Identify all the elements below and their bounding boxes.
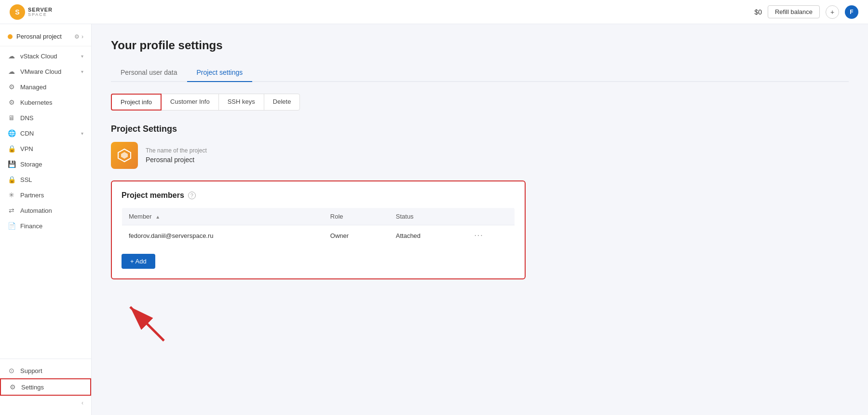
add-button[interactable]: + [826,5,839,19]
sidebar-item-ssl[interactable]: 🔒 SSL [0,172,91,187]
sidebar-item-label-finance: Finance [20,222,42,230]
member-email: fedorov.daniil@serverspace.ru [122,225,324,246]
sidebar-item-label-ssl: SSL [20,176,32,183]
chevron-down-icon-3: ▾ [81,131,83,136]
sidebar-project-name: Perosnal project [16,33,70,40]
chevron-down-icon: ▾ [81,54,83,59]
sort-arrow-icon: ▲ [155,214,160,220]
cloud-icon-2: ☁ [8,68,15,75]
project-name-label: The name of the project [146,147,207,154]
support-icon: ⊙ [8,367,15,374]
storage-icon: 💾 [8,160,15,168]
col-header-status: Status [389,208,468,225]
table-header: Member ▲ Role Status [122,208,515,225]
member-status: Attached [389,225,468,246]
member-actions-cell: ··· [467,225,515,246]
project-info-row: The name of the project Perosnal project [111,142,849,169]
header-right: $0 Refill balance + F [754,5,858,19]
cdn-icon: 🌐 [8,129,15,137]
sidebar-item-storage[interactable]: 💾 Storage [0,156,91,172]
logo-text-server: SERVER [28,7,53,13]
logo-text-space: SPACE [28,13,53,17]
member-role: Owner [324,225,389,246]
tab-project-settings[interactable]: Project settings [187,64,253,82]
sidebar-item-label-partners: Partners [20,192,44,199]
managed-icon: ⚙ [8,83,15,91]
sidebar-item-partners[interactable]: ✳ Partners [0,187,91,203]
sub-tab-project-info[interactable]: Project info [111,94,162,111]
main-content: Your profile settings Personal user data… [92,24,868,415]
logo: S SERVER SPACE [10,4,53,20]
sidebar-item-label-dns: DNS [20,114,33,122]
sub-tabs: Project info Customer Info SSH keys Dele… [111,94,849,111]
tabs-bar: Personal user data Project settings [111,64,849,82]
sidebar-divider-1 [0,46,91,46]
balance-display: $0 [754,8,762,16]
sidebar-item-vstack-cloud[interactable]: ☁ vStack Cloud ▾ [0,48,91,64]
table-row: fedorov.daniil@serverspace.ru Owner Atta… [122,225,515,246]
project-dot [8,34,13,39]
sidebar-item-cdn[interactable]: 🌐 CDN ▾ [0,125,91,141]
app-body: Perosnal project ⚙ › ☁ vStack Cloud ▾ ☁ … [0,24,868,415]
finance-icon: 📄 [8,222,15,230]
sub-tab-ssh-keys[interactable]: SSH keys [218,94,264,111]
sidebar-project[interactable]: Perosnal project ⚙ › [0,29,91,44]
settings-gear-icon: ⚙ [9,383,16,391]
sidebar-item-dns[interactable]: 🖥 DNS [0,110,91,125]
sidebar-item-label-automation: Automation [20,207,52,214]
col-header-actions [467,208,515,225]
refill-balance-button[interactable]: Refill balance [768,5,820,18]
table-body: fedorov.daniil@serverspace.ru Owner Atta… [122,225,515,246]
partners-icon: ✳ [8,191,15,199]
cloud-icon-1: ☁ [8,52,15,60]
sub-tab-delete[interactable]: Delete [264,94,300,111]
sidebar-item-label-cdn: CDN [20,130,34,137]
sidebar-collapse-button[interactable]: ‹ [0,396,91,410]
kubernetes-icon: ⚙ [8,98,15,106]
sidebar-item-vpn[interactable]: 🔒 VPN [0,141,91,156]
sidebar-item-label-vpn: VPN [20,145,33,152]
sidebar-item-label-storage: Storage [20,161,42,168]
sidebar-item-label-vstack: vStack Cloud [20,53,57,60]
settings-icon[interactable]: ⚙ [74,33,80,40]
tab-personal-user-data[interactable]: Personal user data [111,64,187,82]
sidebar: Perosnal project ⚙ › ☁ vStack Cloud ▾ ☁ … [0,24,92,415]
sidebar-bottom: ⊙ Support ⚙ Settings ‹ [0,359,91,410]
project-logo-icon [117,148,132,163]
automation-icon: ⇄ [8,207,15,214]
page-title: Your profile settings [111,39,849,52]
col-header-member: Member ▲ [122,208,324,225]
project-icons: ⚙ › [74,33,83,40]
sidebar-item-support[interactable]: ⊙ Support [0,363,91,378]
project-settings-title: Project Settings [111,124,849,134]
sidebar-item-managed[interactable]: ⚙ Managed [0,79,91,95]
sidebar-item-label-settings: Settings [21,384,44,391]
sidebar-item-label-vmware: VMware Cloud [20,68,61,75]
sidebar-item-vmware-cloud[interactable]: ☁ VMware Cloud ▾ [0,64,91,79]
avatar[interactable]: F [845,5,858,19]
sidebar-item-label-support: Support [20,367,42,374]
project-name-value: Perosnal project [146,156,207,164]
arrow-icon[interactable]: › [81,33,83,40]
logo-icon: S [10,4,25,20]
sub-tab-customer-info[interactable]: Customer Info [161,94,219,111]
sidebar-item-finance[interactable]: 📄 Finance [0,218,91,234]
header: S SERVER SPACE $0 Refill balance + F [0,0,868,24]
sidebar-item-kubernetes[interactable]: ⚙ Kubernetes [0,95,91,110]
svg-marker-3 [121,152,128,159]
sidebar-item-settings[interactable]: ⚙ Settings [0,378,91,396]
members-table: Member ▲ Role Status fedorov.daniil@serv… [122,208,515,246]
sidebar-item-automation[interactable]: ⇄ Automation [0,203,91,218]
help-icon[interactable]: ? [188,192,196,199]
dns-icon: 🖥 [8,114,15,122]
vpn-icon: 🔒 [8,145,15,152]
member-actions-menu[interactable]: ··· [474,231,483,239]
collapse-icon: ‹ [81,400,83,406]
sidebar-item-label-kubernetes: Kubernetes [20,99,53,106]
members-title-row: Project members ? [122,191,515,200]
add-member-button[interactable]: + Add [122,254,155,269]
ssl-icon: 🔒 [8,176,15,183]
sidebar-item-label-managed: Managed [20,83,46,91]
project-details: The name of the project Perosnal project [146,147,207,164]
svg-text:S: S [15,8,19,16]
